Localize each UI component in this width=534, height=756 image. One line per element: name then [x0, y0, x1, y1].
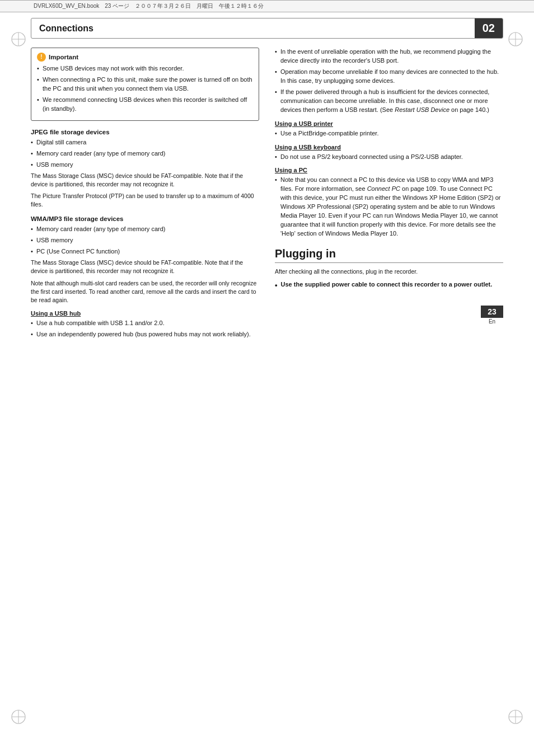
hub-cont-bullet-2: Operation may become unreliable if too m… — [275, 68, 503, 86]
plugging-in-title: Plugging in — [275, 247, 503, 263]
connect-pc-ref: Connect PC — [367, 185, 400, 192]
hub-cont-bullet-3: If the power delivered through a hub is … — [275, 88, 503, 115]
jpeg-bullet-3: USB memory — [31, 161, 259, 170]
file-info: DVRLX60D_WV_EN.book 23 ページ ２００７年３月２６日 月曜… — [34, 2, 264, 10]
usb-printer-bullets: Use a PictBridge-compatible printer. — [275, 129, 503, 138]
jpeg-bullet-2: Memory card reader (any type of memory c… — [31, 149, 259, 158]
warning-icon: ! — [37, 53, 46, 62]
two-column-layout: ! Important Some USB devices may not wor… — [31, 48, 503, 341]
wma-bullet-2: USB memory — [31, 236, 259, 245]
using-pc-bullets: Note that you can connect a PC to this d… — [275, 176, 503, 238]
plugging-in-section: Plugging in After checking all the conne… — [275, 247, 503, 290]
important-box: ! Important Some USB devices may not wor… — [31, 48, 259, 121]
jpeg-body-1: The Mass Storage Class (MSC) device shou… — [31, 172, 259, 189]
wma-bullets: Memory card reader (any type of memory c… — [31, 225, 259, 256]
important-title: ! Important — [37, 53, 253, 62]
usb-printer-bullet-1: Use a PictBridge-compatible printer. — [275, 129, 503, 138]
right-column: In the event of unreliable operation wit… — [275, 48, 503, 341]
header-bar: DVRLX60D_WV_EN.book 23 ページ ２００７年３月２６日 月曜… — [0, 0, 534, 12]
page-number-area: 23 En — [481, 306, 503, 325]
page-number: 23 — [481, 306, 503, 318]
important-bullets: Some USB devices may not work with this … — [37, 64, 253, 114]
chapter-title: Connections — [39, 24, 93, 34]
hub-continuation-bullets: In the event of unreliable operation wit… — [275, 48, 503, 115]
chapter-number: 02 — [483, 22, 495, 35]
chapter-header: Connections 02 — [31, 18, 503, 39]
using-pc-body: Note that you can connect a PC to this d… — [275, 176, 503, 238]
wma-bullet-3: PC (Use Connect PC function) — [31, 247, 259, 256]
wma-body-2: Note that although multi-slot card reade… — [31, 279, 259, 305]
plugging-in-bold-text: Use the supplied power cable to connect … — [281, 280, 493, 290]
usb-hub-bullet-2: Use an independently powered hub (bus po… — [31, 330, 259, 339]
jpeg-section-heading: JPEG file storage devices — [31, 129, 259, 135]
wma-body-1: The Mass Storage Class (MSC) device shou… — [31, 259, 259, 275]
corner-mark-bl — [10, 708, 27, 725]
jpeg-bullet-1: Digital still camera — [31, 138, 259, 147]
important-bullet-3: We recommend connecting USB devices when… — [37, 96, 253, 114]
wma-section-heading: WMA/MP3 file storage devices — [31, 215, 259, 222]
left-column: ! Important Some USB devices may not wor… — [31, 48, 259, 341]
restart-usb-ref: Restart USB Device — [395, 106, 449, 113]
usb-hub-heading: Using a USB hub — [31, 310, 259, 317]
page-language: En — [489, 318, 495, 325]
jpeg-body-2: The Picture Transfer Protocol (PTP) can … — [31, 192, 259, 209]
important-bullet-1: Some USB devices may not work with this … — [37, 64, 253, 73]
usb-keyboard-bullet-1: Do not use a PS/2 keyboard connected usi… — [275, 153, 503, 162]
usb-printer-heading: Using a USB printer — [275, 120, 503, 127]
jpeg-bullets: Digital still camera Memory card reader … — [31, 138, 259, 170]
corner-mark-br — [507, 708, 524, 725]
usb-hub-bullets: Use a hub compatible with USB 1.1 and/or… — [31, 319, 259, 339]
hub-cont-bullet-3-text: If the power delivered through a hub is … — [280, 88, 489, 113]
plugging-in-bold-bullet: • Use the supplied power cable to connec… — [275, 280, 503, 290]
hub-cont-bullet-1: In the event of unreliable operation wit… — [275, 48, 503, 65]
important-bullet-2: When connecting a PC to this unit, make … — [37, 76, 253, 93]
usb-keyboard-heading: Using a USB keyboard — [275, 144, 503, 151]
using-pc-heading: Using a PC — [275, 167, 503, 173]
usb-keyboard-bullets: Do not use a PS/2 keyboard connected usi… — [275, 153, 503, 162]
plugging-in-intro: After checking all the connections, plug… — [275, 267, 503, 276]
wma-bullet-1: Memory card reader (any type of memory c… — [31, 225, 259, 234]
usb-hub-bullet-1: Use a hub compatible with USB 1.1 and/or… — [31, 319, 259, 328]
